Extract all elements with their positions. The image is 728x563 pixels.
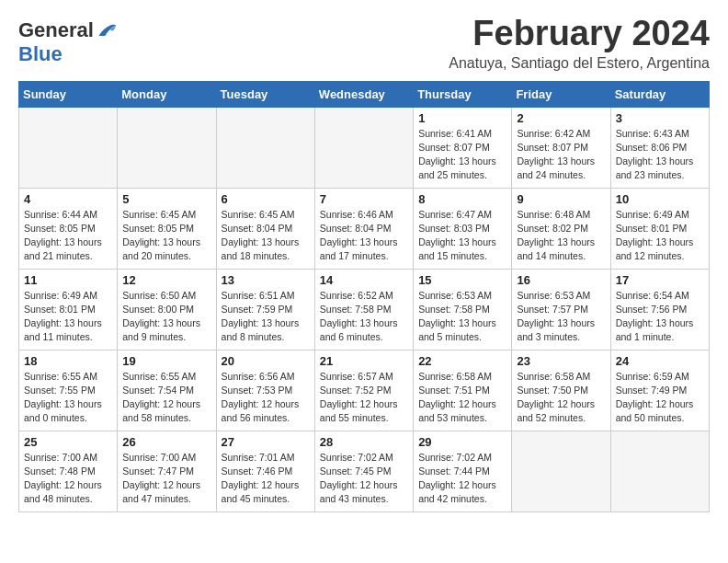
- day-info: Sunrise: 6:47 AMSunset: 8:03 PMDaylight:…: [418, 208, 506, 264]
- day-number: 1: [418, 111, 506, 125]
- day-info: Sunrise: 6:57 AMSunset: 7:52 PMDaylight:…: [320, 370, 408, 426]
- day-number: 26: [122, 435, 210, 449]
- day-number: 16: [517, 273, 605, 287]
- calendar-cell: 6Sunrise: 6:45 AMSunset: 8:04 PMDaylight…: [216, 188, 314, 269]
- day-info: Sunrise: 6:49 AMSunset: 8:01 PMDaylight:…: [616, 208, 704, 264]
- day-info: Sunrise: 6:59 AMSunset: 7:49 PMDaylight:…: [616, 370, 704, 426]
- calendar-week-row: 4Sunrise: 6:44 AMSunset: 8:05 PMDaylight…: [19, 188, 710, 269]
- day-info: Sunrise: 6:58 AMSunset: 7:51 PMDaylight:…: [418, 370, 506, 426]
- day-info: Sunrise: 6:43 AMSunset: 8:06 PMDaylight:…: [616, 127, 704, 183]
- calendar-cell: 26Sunrise: 7:00 AMSunset: 7:47 PMDayligh…: [118, 431, 216, 511]
- day-number: 7: [320, 192, 408, 206]
- weekday-header-tuesday: Tuesday: [216, 81, 314, 107]
- day-number: 14: [320, 273, 408, 287]
- calendar-cell: 22Sunrise: 6:58 AMSunset: 7:51 PMDayligh…: [414, 350, 512, 431]
- day-number: 25: [24, 435, 112, 449]
- calendar-cell: 24Sunrise: 6:59 AMSunset: 7:49 PMDayligh…: [610, 350, 709, 431]
- month-title: February 2024: [449, 15, 710, 53]
- calendar-cell: 8Sunrise: 6:47 AMSunset: 8:03 PMDaylight…: [414, 188, 512, 269]
- day-info: Sunrise: 6:41 AMSunset: 8:07 PMDaylight:…: [418, 127, 506, 183]
- day-number: 6: [222, 192, 310, 206]
- day-info: Sunrise: 6:51 AMSunset: 7:59 PMDaylight:…: [222, 289, 310, 345]
- calendar-cell: 13Sunrise: 6:51 AMSunset: 7:59 PMDayligh…: [216, 269, 314, 350]
- weekday-header-sunday: Sunday: [19, 81, 118, 107]
- calendar-cell: [512, 431, 610, 511]
- day-number: 22: [418, 354, 506, 368]
- day-number: 10: [616, 192, 704, 206]
- day-number: 17: [616, 273, 704, 287]
- calendar-cell: 25Sunrise: 7:00 AMSunset: 7:48 PMDayligh…: [19, 431, 118, 511]
- day-info: Sunrise: 6:50 AMSunset: 8:00 PMDaylight:…: [122, 289, 210, 345]
- day-info: Sunrise: 7:00 AMSunset: 7:48 PMDaylight:…: [24, 451, 112, 507]
- day-info: Sunrise: 6:53 AMSunset: 7:58 PMDaylight:…: [418, 289, 506, 345]
- day-info: Sunrise: 6:56 AMSunset: 7:53 PMDaylight:…: [222, 370, 310, 426]
- calendar-cell: [216, 107, 314, 188]
- calendar-cell: [314, 107, 413, 188]
- day-number: 4: [24, 192, 112, 206]
- calendar-cell: 10Sunrise: 6:49 AMSunset: 8:01 PMDayligh…: [610, 188, 709, 269]
- day-info: Sunrise: 7:02 AMSunset: 7:44 PMDaylight:…: [418, 451, 506, 507]
- calendar-cell: 4Sunrise: 6:44 AMSunset: 8:05 PMDaylight…: [19, 188, 118, 269]
- day-number: 19: [122, 354, 210, 368]
- day-number: 29: [418, 435, 506, 449]
- logo-bird-icon: [96, 21, 118, 40]
- calendar-cell: 15Sunrise: 6:53 AMSunset: 7:58 PMDayligh…: [414, 269, 512, 350]
- weekday-header-thursday: Thursday: [414, 81, 512, 107]
- location-title: Anatuya, Santiago del Estero, Argentina: [449, 55, 710, 72]
- day-number: 15: [418, 273, 506, 287]
- calendar-cell: 20Sunrise: 6:56 AMSunset: 7:53 PMDayligh…: [216, 350, 314, 431]
- day-number: 12: [122, 273, 210, 287]
- day-number: 9: [517, 192, 605, 206]
- day-number: 3: [616, 111, 704, 125]
- day-number: 11: [24, 273, 112, 287]
- calendar-cell: 3Sunrise: 6:43 AMSunset: 8:06 PMDaylight…: [610, 107, 709, 188]
- day-info: Sunrise: 7:00 AMSunset: 7:47 PMDaylight:…: [122, 451, 210, 507]
- calendar-cell: 2Sunrise: 6:42 AMSunset: 8:07 PMDaylight…: [512, 107, 610, 188]
- day-number: 23: [517, 354, 605, 368]
- calendar-cell: 9Sunrise: 6:48 AMSunset: 8:02 PMDaylight…: [512, 188, 610, 269]
- day-number: 8: [418, 192, 506, 206]
- calendar-cell: 27Sunrise: 7:01 AMSunset: 7:46 PMDayligh…: [216, 431, 314, 511]
- day-number: 5: [122, 192, 210, 206]
- title-section: February 2024 Anatuya, Santiago del Este…: [449, 15, 710, 72]
- logo-blue-text: Blue: [18, 42, 63, 66]
- day-number: 27: [222, 435, 310, 449]
- calendar-cell: [19, 107, 118, 188]
- calendar-cell: 14Sunrise: 6:52 AMSunset: 7:58 PMDayligh…: [314, 269, 413, 350]
- calendar-cell: 5Sunrise: 6:45 AMSunset: 8:05 PMDaylight…: [118, 188, 216, 269]
- calendar-cell: [610, 431, 709, 511]
- calendar-cell: 16Sunrise: 6:53 AMSunset: 7:57 PMDayligh…: [512, 269, 610, 350]
- day-number: 2: [517, 111, 605, 125]
- day-info: Sunrise: 6:48 AMSunset: 8:02 PMDaylight:…: [517, 208, 605, 264]
- calendar-table: SundayMondayTuesdayWednesdayThursdayFrid…: [18, 81, 710, 512]
- day-info: Sunrise: 6:54 AMSunset: 7:56 PMDaylight:…: [616, 289, 704, 345]
- calendar-cell: [118, 107, 216, 188]
- day-number: 13: [222, 273, 310, 287]
- calendar-cell: 19Sunrise: 6:55 AMSunset: 7:54 PMDayligh…: [118, 350, 216, 431]
- calendar-cell: 7Sunrise: 6:46 AMSunset: 8:04 PMDaylight…: [314, 188, 413, 269]
- day-info: Sunrise: 7:01 AMSunset: 7:46 PMDaylight:…: [222, 451, 310, 507]
- day-info: Sunrise: 7:02 AMSunset: 7:45 PMDaylight:…: [320, 451, 408, 507]
- day-info: Sunrise: 6:49 AMSunset: 8:01 PMDaylight:…: [24, 289, 112, 345]
- day-info: Sunrise: 6:45 AMSunset: 8:04 PMDaylight:…: [222, 208, 310, 264]
- calendar-cell: 17Sunrise: 6:54 AMSunset: 7:56 PMDayligh…: [610, 269, 709, 350]
- day-number: 24: [616, 354, 704, 368]
- calendar-cell: 23Sunrise: 6:58 AMSunset: 7:50 PMDayligh…: [512, 350, 610, 431]
- calendar-cell: 29Sunrise: 7:02 AMSunset: 7:44 PMDayligh…: [414, 431, 512, 511]
- calendar-week-row: 18Sunrise: 6:55 AMSunset: 7:55 PMDayligh…: [19, 350, 710, 431]
- calendar-week-row: 1Sunrise: 6:41 AMSunset: 8:07 PMDaylight…: [19, 107, 710, 188]
- logo: General Blue: [18, 18, 118, 66]
- calendar-cell: 21Sunrise: 6:57 AMSunset: 7:52 PMDayligh…: [314, 350, 413, 431]
- weekday-header-wednesday: Wednesday: [314, 81, 413, 107]
- day-info: Sunrise: 6:55 AMSunset: 7:54 PMDaylight:…: [122, 370, 210, 426]
- weekday-header-saturday: Saturday: [610, 81, 709, 107]
- day-info: Sunrise: 6:46 AMSunset: 8:04 PMDaylight:…: [320, 208, 408, 264]
- day-number: 21: [320, 354, 408, 368]
- calendar-cell: 1Sunrise: 6:41 AMSunset: 8:07 PMDaylight…: [414, 107, 512, 188]
- calendar-cell: 18Sunrise: 6:55 AMSunset: 7:55 PMDayligh…: [19, 350, 118, 431]
- calendar-week-row: 25Sunrise: 7:00 AMSunset: 7:48 PMDayligh…: [19, 431, 710, 511]
- weekday-header-friday: Friday: [512, 81, 610, 107]
- page-header: General Blue February 2024 Anatuya, Sant…: [18, 15, 710, 72]
- calendar-cell: 11Sunrise: 6:49 AMSunset: 8:01 PMDayligh…: [19, 269, 118, 350]
- day-info: Sunrise: 6:58 AMSunset: 7:50 PMDaylight:…: [517, 370, 605, 426]
